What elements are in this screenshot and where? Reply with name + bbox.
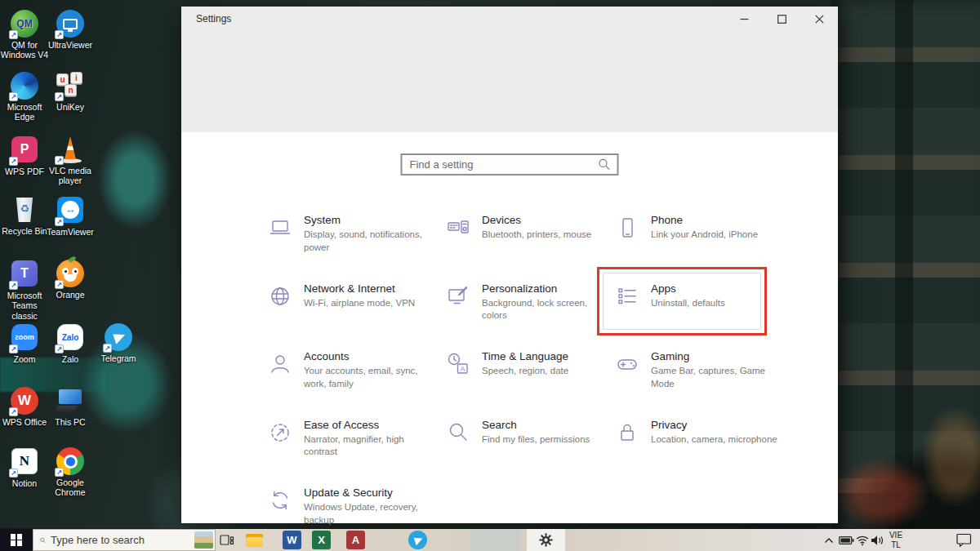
volume-tray-button[interactable] xyxy=(869,529,885,551)
find-a-setting-input[interactable] xyxy=(403,158,599,171)
tile-system[interactable]: System Display, sound, notifications, po… xyxy=(268,211,446,279)
desktop-icon-wps-office[interactable]: W↗ WPS Office xyxy=(0,387,50,427)
shortcut-arrow-icon: ↗ xyxy=(9,344,18,353)
desktop-icon-notion[interactable]: N↗ Notion xyxy=(0,447,50,488)
desktop-icon-teams[interactable]: T↗ Microsoft Teams classic xyxy=(0,260,50,321)
recycle-bin-icon: ♻ xyxy=(11,196,38,224)
desktop-icon-unikey[interactable]: uin ↗ UniKey xyxy=(45,72,96,112)
tile-title: Accounts xyxy=(304,350,446,362)
tile-subtitle: Windows Update, recovery, backup xyxy=(304,501,446,527)
desktop-icon-label: VLC media player xyxy=(45,166,96,186)
tile-time-language[interactable]: A Time & Language Speech, region, date xyxy=(446,347,615,415)
access-icon: A xyxy=(352,534,359,546)
tile-personalization[interactable]: Personalization Background, lock screen,… xyxy=(446,279,615,348)
tile-subtitle: Location, camera, microphone xyxy=(651,433,799,447)
close-button[interactable] xyxy=(800,7,838,31)
tile-accounts[interactable]: Accounts Your accounts, email, sync, wor… xyxy=(268,347,446,415)
taskbar-excel[interactable]: X xyxy=(312,531,331,549)
desktop-icon-label: TeamViewer xyxy=(45,227,96,237)
tile-subtitle: Display, sound, notifications, power xyxy=(304,229,446,254)
desktop-icon-recycle-bin[interactable]: ♻ Recycle Bin xyxy=(0,196,50,236)
find-a-setting-box[interactable] xyxy=(401,153,619,176)
ease-of-access-icon xyxy=(268,420,292,445)
tile-title: Apps xyxy=(651,282,746,295)
desktop-icon-label: UltraViewer xyxy=(45,40,96,50)
settings-tiles: System Display, sound, notifications, po… xyxy=(268,211,811,551)
running-app-strip[interactable] xyxy=(470,529,521,551)
taskbar-search-box[interactable] xyxy=(33,529,216,551)
taskbar-access[interactable]: A xyxy=(346,531,365,549)
tile-subtitle: Bluetooth, printers, mouse xyxy=(482,229,612,242)
tile-title: Time & Language xyxy=(482,350,590,362)
tile-subtitle: Wi-Fi, airplane mode, VPN xyxy=(304,297,436,310)
tile-title: Personalization xyxy=(482,282,615,295)
desktop-icon-edge[interactable]: ↗ Microsoft Edge xyxy=(0,72,50,122)
language-bottom: TL xyxy=(884,540,908,550)
tile-title: System xyxy=(304,214,446,226)
maximize-icon xyxy=(777,15,786,24)
tile-search[interactable]: Search Find my files, permissions xyxy=(446,415,615,484)
desktop-icon-zalo[interactable]: Zalo↗ Zalo xyxy=(45,323,96,364)
desktop-icon-telegram[interactable]: ↗ Telegram xyxy=(93,323,144,363)
desktop-icon-label: WPS PDF xyxy=(0,167,50,176)
desktop-icon-wps-pdf[interactable]: P↗ WPS PDF xyxy=(0,136,50,176)
title-bar[interactable]: Settings xyxy=(181,7,838,31)
hidden-icons-button[interactable] xyxy=(822,529,836,551)
tile-subtitle: Link your Android, iPhone xyxy=(651,229,779,242)
tile-gaming[interactable]: Gaming Game Bar, captures, Game Mode xyxy=(615,347,811,415)
minimize-button[interactable] xyxy=(725,7,763,31)
desktop-icon-qm-for-windows[interactable]: QM↗ QM for Windows V4 xyxy=(0,10,50,60)
shortcut-arrow-icon: ↗ xyxy=(55,217,64,226)
maximize-button[interactable] xyxy=(763,7,800,31)
phone-icon xyxy=(615,216,639,240)
search-highlight-image[interactable] xyxy=(194,531,213,549)
tile-title: Update & Security xyxy=(304,487,446,499)
taskbar-telegram[interactable] xyxy=(408,531,427,549)
tile-apps[interactable]: Apps Uninstall, defaults xyxy=(615,279,811,348)
wallpaper-building xyxy=(831,0,980,551)
window-title: Settings xyxy=(196,13,231,24)
action-center-button[interactable] xyxy=(949,529,978,551)
desktop-icon-label: Microsoft Teams classic xyxy=(0,291,50,321)
desktop-icon-label: Microsoft Edge xyxy=(0,102,50,122)
tile-network[interactable]: Network & Internet Wi-Fi, airplane mode,… xyxy=(268,279,446,348)
update-security-icon xyxy=(268,488,292,513)
task-view-button[interactable] xyxy=(219,532,234,551)
tile-privacy[interactable]: Privacy Location, camera, microphone xyxy=(615,415,811,484)
shortcut-arrow-icon: ↗ xyxy=(55,468,64,477)
shortcut-arrow-icon: ↗ xyxy=(55,156,64,165)
taskbar-word[interactable]: W xyxy=(283,531,301,549)
language-indicator[interactable]: VIE TL xyxy=(884,531,908,549)
taskbar-settings-active[interactable] xyxy=(527,529,565,551)
minimize-icon xyxy=(740,15,749,24)
wallpaper-warm-light xyxy=(923,408,980,506)
desktop-icon-teamviewer[interactable]: ↔↗ TeamViewer xyxy=(45,196,96,237)
tile-phone[interactable]: Phone Link your Android, iPhone xyxy=(615,211,811,279)
tile-devices[interactable]: Devices Bluetooth, printers, mouse xyxy=(446,211,615,279)
gaming-icon xyxy=(615,352,639,376)
tile-subtitle: Background, lock screen, colors xyxy=(482,297,615,322)
settings-window: Settings xyxy=(181,7,838,523)
desktop-icon-vlc[interactable]: ↗ VLC media player xyxy=(45,136,96,186)
desktop-icon-label: QM for Windows V4 xyxy=(0,40,50,60)
desktop-icon-ultraviewer[interactable]: ↗ UltraViewer xyxy=(45,10,96,50)
wallpaper-building-column xyxy=(895,0,913,551)
search-icon xyxy=(40,535,46,546)
battery-tray-button[interactable] xyxy=(838,529,854,551)
desktop-icon-orange[interactable]: ↗ Orange xyxy=(45,260,96,300)
desktop-icon-label: This PC xyxy=(45,417,96,427)
wifi-tray-button[interactable] xyxy=(854,529,871,551)
shortcut-arrow-icon: ↗ xyxy=(55,92,64,101)
desktop-icon-chrome[interactable]: ↗ Google Chrome xyxy=(45,447,96,498)
personalization-icon xyxy=(446,284,470,309)
start-button[interactable] xyxy=(0,529,33,551)
desktop-icon-this-pc[interactable]: This PC xyxy=(45,387,96,427)
shortcut-arrow-icon: ↗ xyxy=(55,30,64,39)
tile-title: Ease of Access xyxy=(304,419,446,431)
taskbar-file-explorer[interactable] xyxy=(245,531,264,549)
tile-ease-of-access[interactable]: Ease of Access Narrator, magnifier, high… xyxy=(268,415,446,484)
desktop: QM↗ QM for Windows V4 ↗ UltraViewer ↗ Mi… xyxy=(0,0,980,551)
taskbar-search-input[interactable] xyxy=(46,534,194,546)
desktop-icon-label: Notion xyxy=(0,478,50,488)
desktop-icon-zoom[interactable]: zoom↗ Zoom xyxy=(0,323,50,364)
